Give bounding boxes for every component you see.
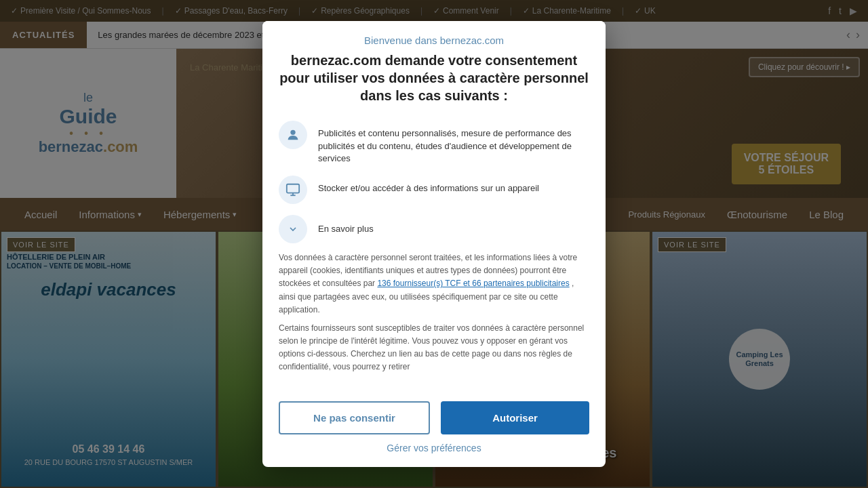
modal-description-2: Certains fournisseurs sont susceptibles …	[279, 322, 589, 374]
consent-item-storage: Stocker et/ou accéder à des informations…	[279, 176, 589, 204]
modal-description-1: Vos données à caractère personnel seront…	[279, 251, 589, 317]
reject-consent-button[interactable]: Ne pas consentir	[279, 401, 430, 434]
partners-link[interactable]: 136 fournisseur(s) TCF et 66 partenaires…	[377, 279, 569, 288]
chevron-down-icon[interactable]	[279, 215, 307, 243]
consent-text-ads: Publicités et contenu personnalisés, mes…	[318, 121, 589, 165]
modal-welcome-text: Bienvenue dans bernezac.com	[279, 35, 589, 46]
consent-modal: Bienvenue dans bernezac.com bernezac.com…	[262, 21, 606, 466]
person-icon	[279, 121, 307, 149]
svg-point-0	[290, 130, 295, 135]
expand-item: En savoir plus	[279, 215, 589, 243]
modal-footer: Ne pas consentir Autoriser Gérer vos pré…	[262, 390, 606, 467]
modal-body: Publicités et contenu personnalisés, mes…	[262, 110, 606, 390]
consent-item-ads: Publicités et contenu personnalisés, mes…	[279, 121, 589, 165]
expand-label[interactable]: En savoir plus	[318, 224, 374, 234]
modal-header: Bienvenue dans bernezac.com bernezac.com…	[262, 21, 606, 110]
consent-text-storage: Stocker et/ou accéder à des informations…	[318, 176, 539, 195]
consent-modal-overlay: Bienvenue dans bernezac.com bernezac.com…	[0, 0, 868, 488]
monitor-icon	[279, 176, 307, 204]
svg-rect-1	[287, 184, 299, 193]
consent-buttons: Ne pas consentir Autoriser	[279, 401, 589, 434]
modal-title: bernezac.com demande votre consentement …	[279, 52, 589, 104]
manage-preferences-button[interactable]: Gérer vos préférences	[387, 443, 481, 453]
accept-consent-button[interactable]: Autoriser	[441, 401, 589, 434]
